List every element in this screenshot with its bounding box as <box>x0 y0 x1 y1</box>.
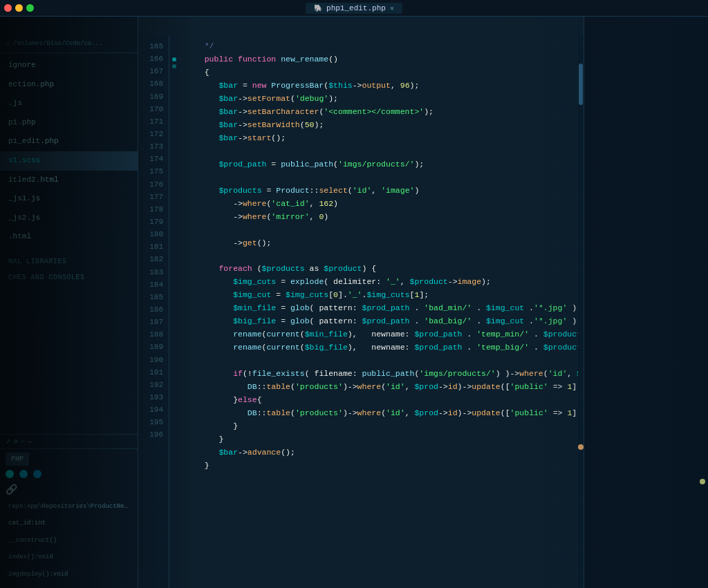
code-area[interactable]: 165 166 167 168 169 170 171 172 173 174 … <box>138 36 584 588</box>
ln-183: 183 <box>138 266 163 278</box>
minimap-content: public function new_rename() { $bar = ne… <box>584 17 708 588</box>
php-file-icon: 🐘 <box>314 4 322 12</box>
scrollbar-thumb[interactable] <box>579 64 583 105</box>
ln-175: 175 <box>138 165 163 178</box>
sidebar-item-ignore[interactable]: ignore <box>0 56 138 75</box>
sidebar-imgdeploy-item[interactable]: imgdeploy():void <box>0 566 138 582</box>
sidebar-index-item[interactable]: index():void <box>0 549 138 565</box>
ln-171: 171 <box>138 115 163 128</box>
code-line-175 <box>190 171 578 184</box>
ln-184: 184 <box>138 278 163 291</box>
ln-190: 190 <box>138 354 163 366</box>
panel-expand-icon[interactable]: ⤢ <box>6 437 11 446</box>
sidebar-repo-item[interactable]: repo:App\Repositories\ProductRepo <box>0 498 138 515</box>
code-line-171: $bar->setBarWidth(50); <box>190 119 578 132</box>
ln-167: 167 <box>138 65 163 77</box>
minimize-button[interactable] <box>15 4 23 12</box>
sidebar-item-html[interactable]: .html <box>0 227 138 247</box>
sidebar-item-p1edit[interactable]: p1_edit.php <box>0 132 138 151</box>
language-badge: PHP <box>6 453 29 466</box>
sidebar-item-s1scss[interactable]: s1.scss <box>0 151 138 171</box>
link-icon[interactable]: 🔗 <box>6 484 17 495</box>
panel-more-icon[interactable]: ⋯ <box>21 437 25 446</box>
line-numbers: 165 166 167 168 169 170 171 172 173 174 … <box>138 36 169 588</box>
breadcrumb: ⌂ /Volumes/Disc/Code/co... <box>0 37 138 53</box>
panel-settings-icon[interactable]: ⚙ <box>14 437 18 446</box>
ln-192: 192 <box>138 379 163 391</box>
code-line-184: $img_cut = $img_cuts[0].'_'.$img_cuts[1]… <box>190 289 578 302</box>
main-layout: ⌂ /Volumes/Disc/Code/co... ignore ection… <box>0 17 708 588</box>
bottom-sidebar: ⤢ ⚙ ⋯ — PHP 🔗 repo:App\Repositories\Prod… <box>0 428 138 588</box>
code-content[interactable]: */ public function new_rename() { $bar =… <box>179 36 578 588</box>
code-line-192: }else{ <box>190 394 578 407</box>
dot-indicators <box>0 470 138 478</box>
maximize-button[interactable] <box>26 4 34 12</box>
ln-195: 195 <box>138 416 163 428</box>
ln-189: 189 <box>138 341 163 353</box>
code-line-189 <box>190 354 578 368</box>
ln-166: 166 <box>138 53 163 65</box>
tab-close-icon[interactable]: ✕ <box>390 4 394 12</box>
sidebar-item-html2[interactable]: itled2.html <box>0 171 138 190</box>
code-line-195: } <box>190 433 578 446</box>
ln-168: 168 <box>138 77 163 90</box>
ln-185: 185 <box>138 291 163 303</box>
code-line-185: $min_file = glob( pattern: $prod_path . … <box>190 302 578 315</box>
ln-186: 186 <box>138 303 163 316</box>
gutter-dot-1 <box>172 57 176 61</box>
minimap-cursor-dot <box>700 479 705 484</box>
sidebar: ⌂ /Volumes/Disc/Code/co... ignore ection… <box>0 17 138 588</box>
code-line-176: $products = Product::select('id', 'image… <box>190 184 578 198</box>
code-line-194: } <box>190 420 578 433</box>
sidebar-item-js1[interactable]: _js1.js <box>0 189 138 209</box>
code-line-183: $img_cuts = explode( delimiter: '_', $pr… <box>190 276 578 289</box>
minimap-panel: public function new_rename() { $bar = ne… <box>584 17 708 588</box>
editor-main: 165 166 167 168 169 170 171 172 173 174 … <box>138 17 584 588</box>
code-line-169: $bar->setFormat('debug'); <box>190 93 578 106</box>
ln-180: 180 <box>138 228 163 240</box>
sidebar-section-libraries: nal Libraries ches and Consoles <box>0 252 138 284</box>
active-tab[interactable]: 🐘 php1_edit.php ✕ <box>306 3 402 14</box>
close-button[interactable] <box>4 4 12 12</box>
dot-3 <box>33 470 41 478</box>
code-line-196: $bar->advance(); <box>190 446 578 459</box>
sidebar-item-ection[interactable]: ection.php <box>0 75 138 95</box>
ln-179: 179 <box>138 216 163 228</box>
link-icon-row: 🔗 <box>0 484 138 495</box>
ln-165: 165 <box>138 40 163 53</box>
code-line-188: rename(current($big_file), newname: $pro… <box>190 341 578 354</box>
ln-174: 174 <box>138 153 163 165</box>
panel-close-icon[interactable]: — <box>28 438 32 446</box>
code-line-177: ->where('cat_id', 162) <box>190 198 578 211</box>
sidebar-item-p1[interactable]: p1.php <box>0 113 138 133</box>
ln-176: 176 <box>138 178 163 191</box>
code-line-178: ->where('mirror', 0) <box>190 211 578 224</box>
code-line-174: $prod_path = public_path('imgs/products/… <box>190 158 578 171</box>
sidebar-item-js[interactable]: .js <box>0 94 138 113</box>
sidebar-item-js2[interactable]: _js2.js <box>0 209 138 228</box>
panel-controls: ⤢ ⚙ ⋯ — <box>0 434 138 449</box>
code-line-172: $bar->start(); <box>190 132 578 145</box>
vertical-scrollbar[interactable] <box>578 36 584 588</box>
ln-177: 177 <box>138 191 163 203</box>
ln-196: 196 <box>138 428 163 441</box>
code-line-186: $big_file = glob( pattern: $prod_path . … <box>190 315 578 328</box>
ln-169: 169 <box>138 91 163 103</box>
tab-filename: php1_edit.php <box>326 4 386 12</box>
code-line-165: */ <box>190 40 578 53</box>
ln-182: 182 <box>138 253 163 265</box>
sidebar-construct-item[interactable]: __construct() <box>0 532 138 549</box>
ln-188: 188 <box>138 328 163 341</box>
dot-1 <box>6 470 14 478</box>
code-line-190: if(!file_exists( filename: public_path('… <box>190 368 578 381</box>
code-line-191: DB::table('products')->where('id', $prod… <box>190 381 578 394</box>
window-controls <box>4 4 34 12</box>
ln-191: 191 <box>138 366 163 379</box>
sidebar-catid-item[interactable]: cat_id:int <box>0 515 138 531</box>
gutter-dot-2 <box>172 64 176 68</box>
title-bar: 🐘 php1_edit.php ✕ <box>0 0 708 17</box>
ln-187: 187 <box>138 316 163 328</box>
code-line-181 <box>190 250 578 263</box>
code-line-182: foreach ($products as $product) { <box>190 263 578 276</box>
code-line-193: DB::table('products')->where('id', $prod… <box>190 407 578 420</box>
